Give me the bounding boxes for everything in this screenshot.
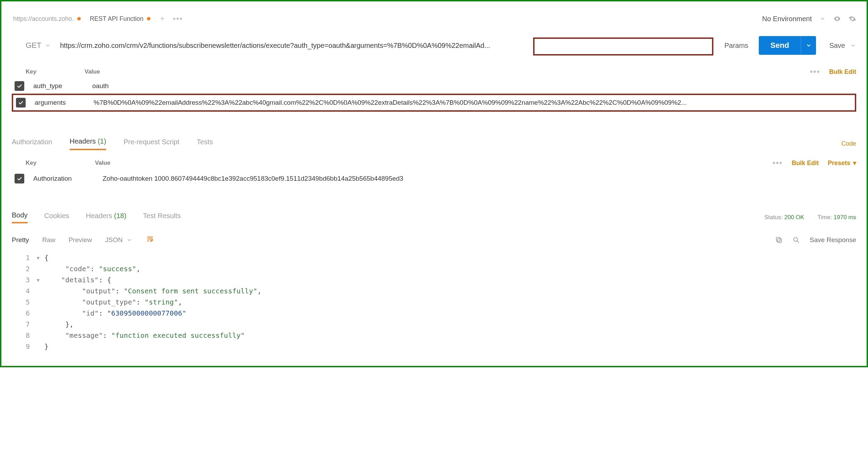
send-dropdown-button[interactable] <box>801 36 816 55</box>
tabs-overflow-icon[interactable]: ••• <box>173 14 183 23</box>
save-button[interactable]: Save <box>829 42 856 50</box>
status-value: 200 OK <box>784 214 805 221</box>
headers-header: Key Value ••• Bulk Edit Presets ▾ <box>12 158 856 168</box>
gear-icon[interactable] <box>849 15 856 23</box>
tab-prerequest[interactable]: Pre-request Script <box>123 138 179 149</box>
checkbox[interactable] <box>15 81 24 91</box>
response-view-bar: Pretty Raw Preview JSON Save Response <box>12 235 856 245</box>
col-value: Value <box>95 160 773 166</box>
save-response-button[interactable]: Save Response <box>810 236 856 244</box>
format-selector[interactable]: JSON <box>105 236 132 244</box>
checkbox[interactable] <box>15 174 24 183</box>
view-raw[interactable]: Raw <box>42 236 55 244</box>
param-value[interactable]: oauth <box>92 82 856 90</box>
eye-icon[interactable] <box>833 15 841 23</box>
tab-label: REST API Function <box>90 15 144 23</box>
unsaved-dot-icon <box>77 17 81 20</box>
response-tabs: Body Cookies Headers (18) Test Results S… <box>12 211 856 223</box>
bulk-edit-link[interactable]: Bulk Edit <box>829 68 856 76</box>
url-input[interactable]: https://crm.zoho.com/crm/v2/functions/su… <box>58 37 599 54</box>
tab-body[interactable]: Body <box>12 211 28 223</box>
checkbox[interactable] <box>16 98 26 108</box>
response-body[interactable]: 1▾ { 2 "code": "success", 3▾ "details": … <box>12 252 856 352</box>
col-key: Key <box>26 160 95 166</box>
param-key[interactable]: auth_type <box>33 82 92 90</box>
overflow-icon[interactable]: ••• <box>773 158 783 168</box>
time-value: 1970 ms <box>834 214 856 221</box>
copy-icon[interactable] <box>775 236 783 244</box>
save-label: Save <box>829 42 845 50</box>
param-row-arguments: arguments %7B%0D%0A%09%22emailAddress%22… <box>12 94 856 112</box>
tab-accounts[interactable]: https://accounts.zoho. <box>12 13 82 25</box>
caret-down-icon: ▾ <box>853 159 856 167</box>
method-label: GET <box>26 41 41 50</box>
header-value[interactable]: Zoho-oauthtoken 1000.8607494449c8bc1e392… <box>103 175 856 182</box>
svg-rect-0 <box>778 239 781 242</box>
overflow-icon[interactable]: ••• <box>810 67 820 76</box>
param-key[interactable]: arguments <box>35 99 94 106</box>
view-pretty[interactable]: Pretty <box>12 236 29 244</box>
bulk-edit-link[interactable]: Bulk Edit <box>792 160 819 167</box>
tab-authorization[interactable]: Authorization <box>12 138 52 149</box>
tab-rest-api[interactable]: REST API Function <box>88 13 152 25</box>
method-selector[interactable]: GET <box>26 41 51 50</box>
request-tabs-bar: https://accounts.zoho. REST API Function… <box>12 13 762 25</box>
params-header: Key Value ••• Bulk Edit <box>12 67 856 76</box>
wrap-lines-icon[interactable] <box>146 235 155 245</box>
tab-headers[interactable]: Headers (1) <box>70 137 106 150</box>
send-button[interactable]: Send <box>759 36 801 55</box>
tab-label: https://accounts.zoho. <box>13 15 74 23</box>
params-button[interactable]: Params <box>721 42 752 50</box>
response-meta: Status: 200 OK Time: 1970 ms <box>764 214 856 221</box>
search-icon[interactable] <box>792 236 800 244</box>
tab-test-results[interactable]: Test Results <box>143 212 181 223</box>
resp-headers-count: (18) <box>114 212 127 220</box>
chevron-down-icon <box>850 42 856 49</box>
request-row: GET https://crm.zoho.com/crm/v2/function… <box>12 36 856 55</box>
param-row-auth-type: auth_type oauth <box>12 81 856 91</box>
request-sub-tabs: Authorization Headers (1) Pre-request Sc… <box>12 137 856 150</box>
col-value: Value <box>85 68 810 75</box>
environment-selector[interactable]: No Environment <box>762 15 812 23</box>
param-value[interactable]: %7B%0D%0A%09%22emailAddress%22%3A%22abc%… <box>94 99 852 106</box>
tab-label: Headers <box>70 137 96 145</box>
header-row-authorization: Authorization Zoho-oauthtoken 1000.86074… <box>12 174 856 183</box>
col-key: Key <box>26 68 85 75</box>
chevron-down-icon <box>126 237 132 243</box>
view-preview[interactable]: Preview <box>69 236 92 244</box>
svg-rect-1 <box>776 237 780 241</box>
chevron-down-icon <box>45 42 51 49</box>
tab-resp-headers[interactable]: Headers (18) <box>86 212 127 223</box>
tab-cookies[interactable]: Cookies <box>44 212 69 223</box>
top-bar: https://accounts.zoho. REST API Function… <box>12 8 856 29</box>
svg-point-2 <box>794 237 798 241</box>
unsaved-dot-icon <box>147 17 150 20</box>
header-key[interactable]: Authorization <box>33 175 103 182</box>
presets-link[interactable]: Presets ▾ <box>828 159 856 167</box>
headers-count: (1) <box>98 137 106 145</box>
tab-tests[interactable]: Tests <box>197 138 213 149</box>
code-link[interactable]: Code <box>841 140 856 147</box>
new-tab-button[interactable]: + <box>158 14 167 23</box>
chevron-down-icon[interactable] <box>819 16 826 22</box>
chevron-down-icon <box>806 42 812 49</box>
